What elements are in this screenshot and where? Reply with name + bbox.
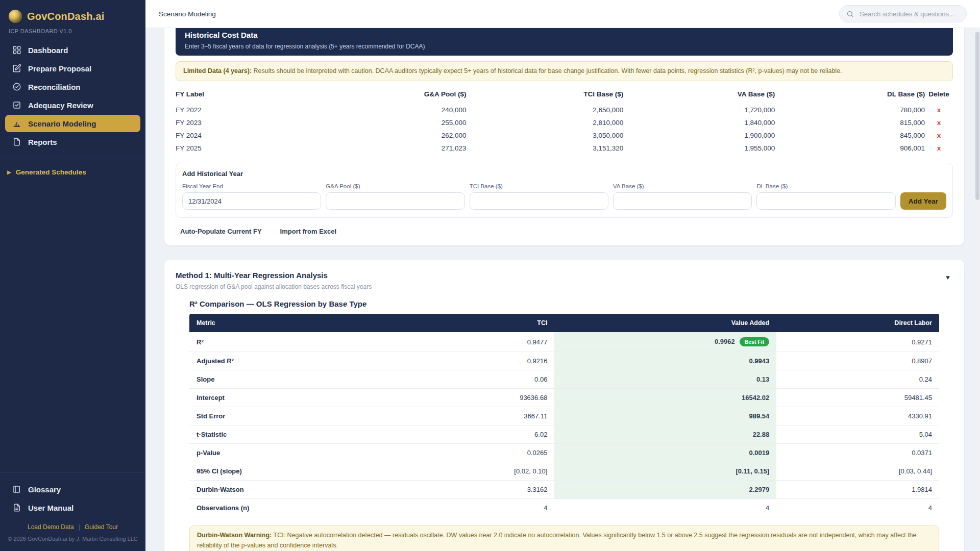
metric-label: Std Error [189, 407, 399, 425]
regression-row-intercept: Intercept93636.6816542.0259481.45 [189, 389, 939, 407]
footer-links-separator: | [79, 523, 80, 531]
auto-populate-button[interactable]: Auto-Populate Current FY [180, 228, 262, 235]
cell: FY 2022 [176, 104, 315, 116]
delete-row-button[interactable]: x [937, 106, 941, 114]
search-box[interactable] [839, 5, 967, 22]
sidebar-item-adequacy-review[interactable]: Adequacy Review [5, 96, 140, 114]
va-base-input[interactable] [613, 192, 752, 210]
app-logo: GovConDash.ai [0, 0, 145, 24]
dashboard-icon [12, 45, 21, 55]
delete-row-button[interactable]: x [937, 119, 941, 127]
field-label: TCI Base ($) [470, 183, 608, 189]
adequacy-review-icon [12, 101, 21, 110]
limited-data-warning-text: Results should be interpreted with cauti… [254, 67, 842, 74]
chevron-right-icon: ▶ [7, 169, 11, 175]
add-year-button[interactable]: Add Year [900, 192, 946, 210]
generated-schedules-label: Generated Schedules [16, 168, 86, 176]
metric-label: 95% CI (slope) [189, 462, 399, 481]
tci-value: 0.9216 [399, 352, 554, 370]
method1-title: Method 1: Multi-Year Regression Analysis [176, 271, 372, 280]
sidebar-item-reports[interactable]: Reports [5, 133, 140, 151]
historical-row-fy-2023: FY 2023255,0002,810,0001,840,000815,000x [176, 116, 953, 129]
direct-labor-value: 0.8907 [776, 352, 939, 370]
historical-row-fy-2024: FY 2024262,0003,050,0001,900,000845,000x [176, 129, 953, 142]
add-year-field-tci-base: TCI Base ($) [470, 183, 608, 210]
sidebar-item-label: Reports [28, 138, 57, 146]
logo-icon [9, 10, 22, 23]
metric-label: Observations (n) [189, 499, 399, 517]
user-manual-icon [12, 503, 21, 512]
g-a-pool-input[interactable] [326, 192, 464, 210]
page-title: Scenario Modeling [159, 10, 216, 18]
direct-labor-value: 0.24 [776, 370, 939, 389]
main-area: Scenario Modeling Historical Cost Data E… [145, 0, 980, 551]
sidebar-item-label: Scenario Modeling [28, 119, 96, 128]
cell: 906,001 [775, 142, 925, 155]
scrollbar-thumb[interactable] [975, 32, 979, 200]
cell: 2,810,000 [467, 116, 624, 129]
app-title: GovConDash.ai [27, 11, 105, 22]
direct-labor-value: 0.0371 [776, 444, 939, 462]
sidebar-item-glossary[interactable]: Glossary [5, 481, 140, 498]
tci-value: [0.02, 0.10] [399, 462, 554, 481]
guided-tour-link[interactable]: Guided Tour [85, 523, 118, 531]
sidebar-item-dashboard[interactable]: Dashboard [5, 41, 140, 59]
scrollbar[interactable] [975, 30, 979, 548]
cell: FY 2024 [176, 129, 315, 142]
collapse-section-icon[interactable]: ▼ [943, 271, 953, 284]
sidebar-divider-bottom [0, 472, 145, 472]
value-added-value: 989.54 [554, 407, 776, 425]
sidebar-item-prepare-proposal[interactable]: Prepare Proposal [5, 60, 140, 77]
add-year-field-g-a-pool: G&A Pool ($) [326, 183, 464, 210]
import-excel-button[interactable]: Import from Excel [280, 228, 337, 235]
fiscal-year-end-input[interactable] [182, 192, 321, 210]
direct-labor-value: 0.9271 [776, 332, 939, 352]
value-added-value: 0.13 [554, 370, 776, 389]
direct-labor-value: 5.04 [776, 425, 939, 444]
sidebar-item-label: Reconciliation [28, 83, 81, 91]
sidebar-item-user-manual[interactable]: User Manual [5, 499, 140, 516]
load-demo-data-link[interactable]: Load Demo Data [28, 523, 74, 531]
value-added-value: 16542.02 [554, 389, 776, 407]
method1-card: Method 1: Multi-Year Regression Analysis… [164, 260, 964, 551]
sidebar: GovConDash.ai ICP DASHBOARD V1.0 Dashboa… [0, 0, 145, 551]
sidebar-item-reconciliation[interactable]: Reconciliation [5, 78, 140, 95]
sidebar-item-generated-schedules[interactable]: ▶ Generated Schedules [0, 166, 145, 178]
historical-col-g-a-pool: G&A Pool ($) [315, 87, 466, 104]
sidebar-item-label: Dashboard [28, 46, 68, 55]
dl-base-input[interactable] [756, 192, 895, 210]
durbin-watson-warning: Durbin-Watson Warning: TCI: Negative aut… [189, 525, 939, 551]
regression-row-p-value: p-Value0.02650.00190.0371 [189, 444, 939, 462]
direct-labor-value: 4330.91 [776, 407, 939, 425]
tci-value: 6.02 [399, 425, 554, 444]
add-year-field-va-base: VA Base ($) [613, 183, 752, 210]
historical-table: FY LabelG&A Pool ($)TCI Base ($)VA Base … [176, 87, 953, 155]
cell: 1,720,000 [623, 104, 775, 116]
cell: 2,650,000 [467, 104, 624, 116]
regression-col-direct-labor: Direct Labor [776, 314, 939, 332]
direct-labor-value: [0.03, 0.44] [776, 462, 939, 481]
value-added-value: 0.9943 [554, 352, 776, 370]
sidebar-footer-links: Load Demo Data | Guided Tour [0, 517, 145, 533]
reports-icon [12, 137, 21, 146]
historical-header: Historical Cost Data Enter 3–5 fiscal ye… [176, 28, 953, 56]
sidebar-item-scenario-modeling[interactable]: Scenario Modeling [5, 115, 140, 132]
regression-table: MetricTCIValue AddedDirect Labor R²0.947… [189, 314, 939, 517]
delete-row-button[interactable]: x [937, 132, 941, 139]
tci-base-input[interactable] [470, 192, 608, 210]
glossary-icon [12, 485, 21, 494]
regression-row-observations-n: Observations (n)444 [189, 499, 939, 517]
regression-row-std-error: Std Error3667.11989.544330.91 [189, 407, 939, 425]
search-input[interactable] [859, 10, 960, 18]
value-added-value: [0.11, 0.15] [554, 462, 776, 481]
regression-row-durbin-watson: Durbin-Watson3.31622.29791.9814 [189, 481, 939, 499]
cell: FY 2025 [176, 142, 315, 155]
tci-value: 0.06 [399, 370, 554, 389]
historical-row-fy-2025: FY 2025271,0233,151,3201,955,000906,001x [176, 142, 953, 155]
value-added-value: 0.9962Best Fit [554, 332, 776, 352]
add-historical-year-panel: Add Historical Year Fiscal Year EndG&A P… [176, 163, 953, 218]
delete-row-button[interactable]: x [937, 144, 941, 152]
durbin-watson-warning-label: Durbin-Watson Warning: [197, 532, 272, 539]
search-icon [846, 10, 854, 18]
method1-header: Method 1: Multi-Year Regression Analysis… [176, 271, 953, 290]
